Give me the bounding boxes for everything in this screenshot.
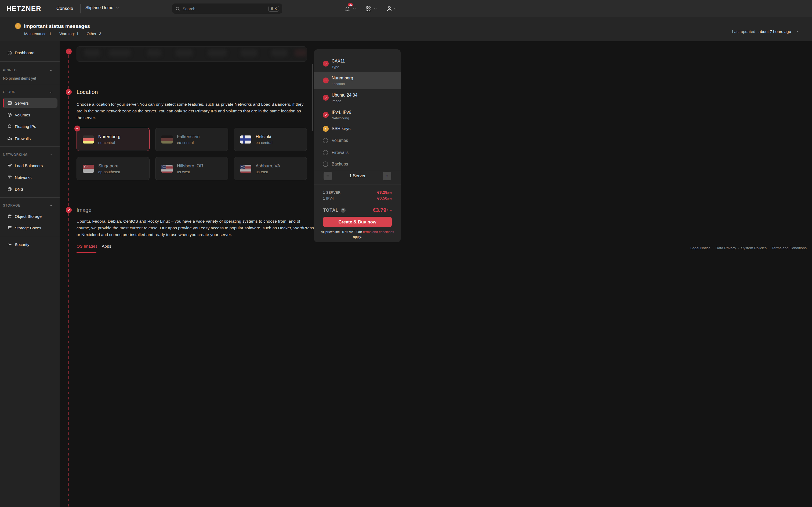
firewall-icon [7,136,12,141]
summary-step-firewalls[interactable]: Firewalls [314,147,401,159]
location-name: Helsinki [256,134,272,139]
summary-step-image[interactable]: Ubuntu 24.04 Image [314,89,401,107]
summary-step-networking[interactable]: IPv4, IPv6 Networking [314,106,401,124]
pinned-empty-text: No pinned items yet [3,76,36,80]
sidebar-divider [0,198,60,198]
server-count: 1 Server [333,174,383,178]
create-and-buy-button[interactable]: Create & Buy now [323,217,392,227]
topbar-divider [80,4,81,13]
sidebar-section-networking[interactable]: NETWORKING [3,153,60,157]
search-input[interactable] [183,6,268,11]
keyboard-shortcut-badge: ⌘ K [268,6,279,11]
maintenance-stat: Maintenance:1 [24,32,51,36]
price-row-server: 1 SERVER €3.29/mo [323,190,392,195]
sidebar-item-firewalls[interactable]: Firewalls [0,134,60,143]
type-section-ghost-content [295,49,307,56]
chevron-down-icon [49,69,53,72]
home-icon [7,50,12,55]
finland-flag-icon [240,135,251,144]
empty-circle-icon [323,162,328,167]
image-step-check-icon [66,207,72,213]
sidebar-section-pinned[interactable]: PINNED [3,68,60,72]
notification-count-badge: 25 [348,2,353,7]
sidebar-item-security[interactable]: Security [0,240,60,249]
check-icon [323,95,329,101]
sidebar-item-load-balancers[interactable]: Load Balancers [0,161,60,170]
summary-step-ssh-keys[interactable]: ! SSH keys [314,123,401,135]
vat-note: All prices incl. 0 % VAT. Our terms and … [319,230,395,239]
sidebar-item-storage-boxes[interactable]: Storage Boxes [0,223,60,232]
warning-icon: ! [323,126,329,132]
help-icon[interactable]: ? [341,208,346,213]
location-card-falkenstein[interactable]: Falkensteineu-central [155,128,228,151]
empty-circle-icon [323,138,328,143]
console-label: Console [56,6,73,11]
sidebar-item-dns[interactable]: DNS [0,184,60,194]
summary-step-volumes[interactable]: Volumes [314,135,401,147]
location-region: eu-central [98,140,120,145]
sidebar-divider [0,61,60,62]
germany-flag-icon [83,135,94,144]
network-icon [7,175,12,180]
sidebar-item-floating-ips[interactable]: Floating IPs [0,122,60,131]
summary-step-location[interactable]: Nuremberg Location [314,72,401,89]
location-card-hillsboro[interactable]: Hillsboro, ORus-west [155,157,228,180]
empty-circle-icon [323,150,328,155]
other-stat: Other:3 [87,32,101,36]
location-card-singapore[interactable]: Singaporeap-southeast [77,157,150,180]
sidebar-section-cloud[interactable]: CLOUD [3,90,60,94]
type-section-ghost-content [208,49,226,56]
location-card-helsinki[interactable]: Helsinkieu-central [234,128,307,151]
search-bar[interactable]: ⌘ K [172,3,282,14]
order-summary-panel: CAX11 Type Nuremberg Location Ubuntu 24.… [314,49,401,242]
user-account-icon[interactable] [386,5,393,12]
hetzner-logo: HETZNER [6,5,41,13]
sidebar-item-networks[interactable]: Networks [0,173,60,182]
sidebar-item-servers[interactable]: Servers [3,98,57,108]
increase-server-count-button[interactable]: + [383,172,391,180]
apps-chevron-icon[interactable] [374,7,377,10]
tab-apps[interactable]: Apps [102,244,111,249]
type-section-ghost-panel [77,46,307,62]
location-region: us-west [177,170,203,174]
user-chevron-icon[interactable] [394,7,397,10]
usa-flag-icon [161,165,173,173]
location-name: Ashburn, VA [256,163,280,168]
location-card-nuremberg[interactable]: Nurembergeu-central [77,128,150,151]
apps-grid-icon[interactable] [366,6,372,11]
tab-os-images[interactable]: OS Images [77,244,97,249]
singapore-flag-icon [83,165,94,173]
sidebar-divider [0,147,60,147]
server-icon [7,101,12,105]
scrollbar-thumb[interactable] [312,64,313,131]
location-name: Singapore [98,163,120,168]
chevron-down-icon [49,91,53,94]
step-connector-line [68,55,69,253]
sidebar-section-storage[interactable]: STORAGE [3,203,60,208]
image-description: Ubuntu, Fedora, Debian, CentOS and Rocky… [77,218,314,238]
project-selector[interactable]: Sliplane Demo [85,5,119,10]
sidebar-divider [0,84,60,84]
location-card-ashburn[interactable]: Ashburn, VAus-east [234,157,307,180]
sidebar-item-volumes[interactable]: Volumes [0,110,60,119]
notifications-chevron-icon[interactable] [353,7,356,10]
top-bar: HETZNER Console Sliplane Demo ⌘ K 25 [0,0,406,17]
type-section-ghost-content [241,49,257,56]
total-label: TOTAL [323,208,339,213]
total-price: €3.79 [373,207,387,213]
check-icon [323,77,329,83]
sidebar-item-dashboard[interactable]: Dashboard [0,48,60,57]
active-tab-underline [77,252,96,253]
left-sidebar: Dashboard PINNED No pinned items yet CLO… [0,41,60,253]
bucket-icon [7,214,12,219]
sidebar-item-object-storage[interactable]: Object Storage [0,212,60,221]
germany-flag-icon [161,135,173,144]
decrease-server-count-button[interactable]: − [323,172,332,180]
location-name: Nuremberg [98,134,120,139]
summary-step-backups[interactable]: Backups [314,158,401,170]
summary-step-type[interactable]: CAX11 Type [314,55,401,72]
image-section-heading: Image [77,207,92,213]
globe-icon [7,187,12,191]
type-section-ghost-content [84,49,100,56]
terms-and-conditions-link[interactable]: terms and conditions [363,230,394,234]
